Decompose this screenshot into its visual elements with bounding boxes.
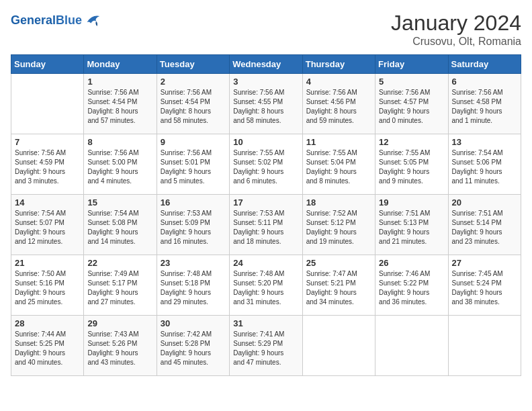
day-number: 14	[15, 197, 80, 208]
calendar-cell: 18Sunrise: 7:52 AM Sunset: 5:12 PM Dayli…	[302, 195, 375, 255]
day-number: 19	[379, 197, 444, 208]
day-info: Sunrise: 7:41 AM Sunset: 5:29 PM Dayligh…	[233, 330, 298, 367]
day-info: Sunrise: 7:43 AM Sunset: 5:26 PM Dayligh…	[87, 330, 152, 367]
day-info: Sunrise: 7:56 AM Sunset: 4:58 PM Dayligh…	[452, 88, 517, 126]
day-number: 22	[87, 258, 152, 268]
day-number: 10	[233, 137, 298, 147]
calendar-cell: 8Sunrise: 7:56 AM Sunset: 5:00 PM Daylig…	[84, 134, 157, 195]
day-info: Sunrise: 7:55 AM Sunset: 5:02 PM Dayligh…	[233, 148, 298, 186]
day-number: 2	[161, 77, 226, 87]
day-number: 12	[379, 137, 444, 147]
calendar-cell: 25Sunrise: 7:47 AM Sunset: 5:21 PM Dayli…	[302, 255, 375, 316]
calendar-cell: 12Sunrise: 7:55 AM Sunset: 5:05 PM Dayli…	[375, 134, 448, 195]
calendar-cell: 24Sunrise: 7:48 AM Sunset: 5:20 PM Dayli…	[230, 255, 302, 316]
logo-general: General	[11, 13, 56, 27]
calendar-cell: 9Sunrise: 7:56 AM Sunset: 5:01 PM Daylig…	[157, 134, 229, 195]
weekday-header: Saturday	[448, 55, 521, 74]
calendar-cell: 17Sunrise: 7:53 AM Sunset: 5:11 PM Dayli…	[230, 195, 302, 255]
day-number: 29	[87, 318, 152, 328]
logo-text: GeneralBlue	[11, 14, 82, 28]
day-info: Sunrise: 7:56 AM Sunset: 4:57 PM Dayligh…	[379, 88, 444, 126]
calendar-cell: 7Sunrise: 7:56 AM Sunset: 4:59 PM Daylig…	[11, 134, 84, 195]
day-number: 24	[233, 258, 298, 268]
calendar-cell	[11, 74, 84, 134]
logo-blue: Blue	[56, 13, 82, 27]
weekday-header: Wednesday	[230, 55, 302, 74]
day-info: Sunrise: 7:46 AM Sunset: 5:22 PM Dayligh…	[379, 269, 444, 307]
calendar-cell: 20Sunrise: 7:51 AM Sunset: 5:14 PM Dayli…	[448, 195, 521, 255]
calendar-cell	[375, 316, 448, 376]
calendar-week-row: 7Sunrise: 7:56 AM Sunset: 4:59 PM Daylig…	[11, 134, 521, 195]
day-info: Sunrise: 7:50 AM Sunset: 5:16 PM Dayligh…	[15, 269, 80, 307]
calendar-cell: 3Sunrise: 7:56 AM Sunset: 4:55 PM Daylig…	[230, 74, 302, 134]
day-number: 21	[15, 258, 80, 268]
day-number: 7	[15, 137, 80, 147]
calendar-cell: 27Sunrise: 7:45 AM Sunset: 5:24 PM Dayli…	[448, 255, 521, 316]
day-number: 5	[379, 77, 444, 87]
calendar-title: January 2024	[391, 11, 521, 36]
calendar-table: SundayMondayTuesdayWednesdayThursdayFrid…	[11, 54, 521, 376]
calendar-week-row: 14Sunrise: 7:54 AM Sunset: 5:07 PM Dayli…	[11, 195, 521, 255]
calendar-cell: 31Sunrise: 7:41 AM Sunset: 5:29 PM Dayli…	[230, 316, 302, 376]
day-number: 6	[452, 77, 517, 87]
day-info: Sunrise: 7:56 AM Sunset: 5:00 PM Dayligh…	[87, 148, 152, 186]
day-info: Sunrise: 7:51 AM Sunset: 5:13 PM Dayligh…	[379, 209, 444, 246]
day-info: Sunrise: 7:56 AM Sunset: 4:56 PM Dayligh…	[306, 88, 371, 126]
calendar-cell: 29Sunrise: 7:43 AM Sunset: 5:26 PM Dayli…	[84, 316, 157, 376]
day-number: 15	[87, 197, 152, 208]
day-info: Sunrise: 7:53 AM Sunset: 5:09 PM Dayligh…	[161, 209, 226, 246]
calendar-cell: 30Sunrise: 7:42 AM Sunset: 5:28 PM Dayli…	[157, 316, 229, 376]
logo-bird-icon	[82, 11, 102, 31]
day-number: 8	[87, 137, 152, 147]
day-number: 25	[306, 258, 371, 268]
day-number: 26	[379, 258, 444, 268]
day-number: 30	[161, 318, 226, 328]
day-number: 11	[306, 137, 371, 147]
calendar-cell: 10Sunrise: 7:55 AM Sunset: 5:02 PM Dayli…	[230, 134, 302, 195]
calendar-cell: 2Sunrise: 7:56 AM Sunset: 4:54 PM Daylig…	[157, 74, 229, 134]
calendar-week-row: 21Sunrise: 7:50 AM Sunset: 5:16 PM Dayli…	[11, 255, 521, 316]
calendar-cell: 4Sunrise: 7:56 AM Sunset: 4:56 PM Daylig…	[302, 74, 375, 134]
calendar-cell: 19Sunrise: 7:51 AM Sunset: 5:13 PM Dayli…	[375, 195, 448, 255]
day-info: Sunrise: 7:56 AM Sunset: 5:01 PM Dayligh…	[161, 148, 226, 186]
day-number: 3	[233, 77, 298, 87]
calendar-cell	[302, 316, 375, 376]
calendar-cell: 28Sunrise: 7:44 AM Sunset: 5:25 PM Dayli…	[11, 316, 84, 376]
weekday-header: Friday	[375, 55, 448, 74]
calendar-cell: 15Sunrise: 7:54 AM Sunset: 5:08 PM Dayli…	[84, 195, 157, 255]
day-info: Sunrise: 7:48 AM Sunset: 5:18 PM Dayligh…	[161, 269, 226, 307]
calendar-cell: 22Sunrise: 7:49 AM Sunset: 5:17 PM Dayli…	[84, 255, 157, 316]
day-info: Sunrise: 7:49 AM Sunset: 5:17 PM Dayligh…	[87, 269, 152, 307]
day-info: Sunrise: 7:55 AM Sunset: 5:05 PM Dayligh…	[379, 148, 444, 186]
weekday-header: Thursday	[302, 55, 375, 74]
calendar-cell: 16Sunrise: 7:53 AM Sunset: 5:09 PM Dayli…	[157, 195, 229, 255]
day-number: 23	[161, 258, 226, 268]
calendar-cell: 26Sunrise: 7:46 AM Sunset: 5:22 PM Dayli…	[375, 255, 448, 316]
day-info: Sunrise: 7:56 AM Sunset: 4:59 PM Dayligh…	[15, 148, 80, 186]
day-info: Sunrise: 7:56 AM Sunset: 4:54 PM Dayligh…	[87, 88, 152, 126]
day-info: Sunrise: 7:54 AM Sunset: 5:08 PM Dayligh…	[87, 209, 152, 246]
day-number: 1	[87, 77, 152, 87]
day-info: Sunrise: 7:51 AM Sunset: 5:14 PM Dayligh…	[452, 209, 517, 246]
weekday-header: Tuesday	[157, 55, 229, 74]
weekday-header: Monday	[84, 55, 157, 74]
day-number: 17	[233, 197, 298, 208]
calendar-cell: 14Sunrise: 7:54 AM Sunset: 5:07 PM Dayli…	[11, 195, 84, 255]
title-section: January 2024 Crusovu, Olt, Romania	[391, 11, 521, 48]
calendar-cell: 11Sunrise: 7:55 AM Sunset: 5:04 PM Dayli…	[302, 134, 375, 195]
calendar-cell: 1Sunrise: 7:56 AM Sunset: 4:54 PM Daylig…	[84, 74, 157, 134]
logo: GeneralBlue	[11, 11, 102, 31]
calendar-cell: 23Sunrise: 7:48 AM Sunset: 5:18 PM Dayli…	[157, 255, 229, 316]
calendar-cell	[448, 316, 521, 376]
day-info: Sunrise: 7:52 AM Sunset: 5:12 PM Dayligh…	[306, 209, 371, 246]
day-info: Sunrise: 7:54 AM Sunset: 5:07 PM Dayligh…	[15, 209, 80, 246]
day-number: 27	[452, 258, 517, 268]
day-number: 9	[161, 137, 226, 147]
calendar-cell: 13Sunrise: 7:54 AM Sunset: 5:06 PM Dayli…	[448, 134, 521, 195]
day-info: Sunrise: 7:44 AM Sunset: 5:25 PM Dayligh…	[15, 330, 80, 367]
calendar-subtitle: Crusovu, Olt, Romania	[391, 36, 521, 48]
calendar-cell: 6Sunrise: 7:56 AM Sunset: 4:58 PM Daylig…	[448, 74, 521, 134]
calendar-week-row: 28Sunrise: 7:44 AM Sunset: 5:25 PM Dayli…	[11, 316, 521, 376]
day-info: Sunrise: 7:45 AM Sunset: 5:24 PM Dayligh…	[452, 269, 517, 307]
day-number: 4	[306, 77, 371, 87]
